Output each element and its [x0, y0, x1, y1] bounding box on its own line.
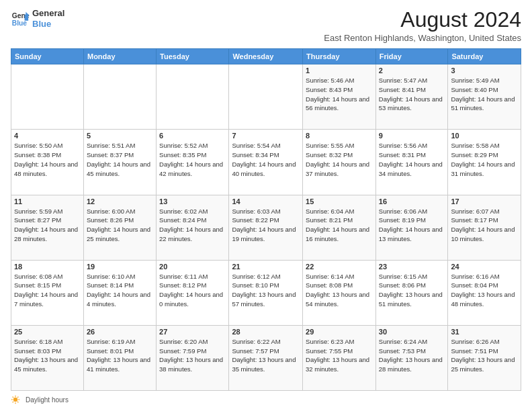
week-row-4: 18Sunrise: 6:08 AMSunset: 8:15 PMDayligh… — [11, 260, 521, 325]
svg-line-9 — [13, 397, 13, 398]
day-info: Sunrise: 6:02 AMSunset: 8:24 PMDaylight:… — [159, 207, 226, 244]
day-header-monday: Monday — [83, 49, 156, 64]
week-row-1: 1Sunrise: 5:46 AMSunset: 8:43 PMDaylight… — [11, 64, 521, 130]
logo-text: General Blue — [32, 8, 64, 29]
day-cell: 30Sunrise: 6:24 AMSunset: 7:53 PMDayligh… — [375, 325, 448, 390]
location-title: East Renton Highlands, Washington, Unite… — [324, 33, 521, 43]
day-info: Sunrise: 5:47 AMSunset: 8:41 PMDaylight:… — [379, 76, 445, 113]
day-cell: 11Sunrise: 5:59 AMSunset: 8:27 PMDayligh… — [11, 195, 84, 260]
day-cell: 25Sunrise: 6:18 AMSunset: 8:03 PMDayligh… — [11, 325, 84, 390]
day-header-tuesday: Tuesday — [157, 49, 229, 64]
week-row-5: 25Sunrise: 6:18 AMSunset: 8:03 PMDayligh… — [11, 325, 521, 390]
day-cell: 15Sunrise: 6:04 AMSunset: 8:21 PMDayligh… — [303, 195, 376, 260]
day-info: Sunrise: 5:54 AMSunset: 8:34 PMDaylight:… — [232, 141, 300, 178]
day-cell: 13Sunrise: 6:02 AMSunset: 8:24 PMDayligh… — [157, 195, 229, 260]
day-info: Sunrise: 6:24 AMSunset: 7:53 PMDaylight:… — [379, 337, 445, 374]
day-number: 6 — [159, 132, 226, 140]
day-info: Sunrise: 6:22 AMSunset: 7:57 PMDaylight:… — [232, 337, 300, 374]
day-info: Sunrise: 6:11 AMSunset: 8:12 PMDaylight:… — [159, 272, 226, 309]
day-number: 15 — [306, 197, 373, 205]
day-info: Sunrise: 6:16 AMSunset: 8:04 PMDaylight:… — [451, 272, 518, 309]
day-info: Sunrise: 6:19 AMSunset: 8:01 PMDaylight:… — [87, 337, 153, 374]
day-number: 13 — [159, 197, 226, 205]
day-cell — [229, 64, 303, 130]
day-cell: 19Sunrise: 6:10 AMSunset: 8:14 PMDayligh… — [83, 260, 156, 325]
day-number: 26 — [87, 328, 153, 336]
day-cell: 24Sunrise: 6:16 AMSunset: 8:04 PMDayligh… — [448, 260, 521, 325]
day-info: Sunrise: 6:04 AMSunset: 8:21 PMDaylight:… — [306, 207, 373, 244]
day-number: 1 — [306, 66, 373, 75]
day-number: 20 — [159, 263, 226, 271]
day-info: Sunrise: 6:12 AMSunset: 8:10 PMDaylight:… — [232, 272, 300, 309]
day-info: Sunrise: 6:23 AMSunset: 7:55 PMDaylight:… — [306, 337, 373, 374]
day-cell: 1Sunrise: 5:46 AMSunset: 8:43 PMDaylight… — [303, 64, 376, 130]
day-info: Sunrise: 6:10 AMSunset: 8:14 PMDaylight:… — [87, 272, 153, 309]
day-info: Sunrise: 6:18 AMSunset: 8:03 PMDaylight:… — [14, 337, 81, 374]
day-cell: 23Sunrise: 6:15 AMSunset: 8:06 PMDayligh… — [375, 260, 448, 325]
day-info: Sunrise: 5:56 AMSunset: 8:31 PMDaylight:… — [379, 141, 445, 178]
day-number: 8 — [306, 132, 373, 140]
day-info: Sunrise: 5:55 AMSunset: 8:32 PMDaylight:… — [306, 141, 373, 178]
day-header-friday: Friday — [375, 49, 448, 64]
footer: Daylight hours — [11, 395, 521, 404]
day-number: 10 — [451, 132, 518, 140]
day-cell: 20Sunrise: 6:11 AMSunset: 8:12 PMDayligh… — [157, 260, 229, 325]
day-cell: 16Sunrise: 6:06 AMSunset: 8:19 PMDayligh… — [375, 195, 448, 260]
day-info: Sunrise: 6:26 AMSunset: 7:51 PMDaylight:… — [451, 337, 518, 374]
svg-line-11 — [17, 397, 18, 398]
day-cell: 17Sunrise: 6:07 AMSunset: 8:17 PMDayligh… — [448, 195, 521, 260]
day-cell: 4Sunrise: 5:50 AMSunset: 8:38 PMDaylight… — [11, 130, 84, 195]
day-cell: 10Sunrise: 5:58 AMSunset: 8:29 PMDayligh… — [448, 130, 521, 195]
day-info: Sunrise: 5:51 AMSunset: 8:37 PMDaylight:… — [87, 141, 153, 178]
day-cell: 26Sunrise: 6:19 AMSunset: 8:01 PMDayligh… — [83, 325, 156, 390]
day-info: Sunrise: 6:07 AMSunset: 8:17 PMDaylight:… — [451, 207, 518, 244]
day-number: 22 — [306, 263, 373, 271]
day-cell: 7Sunrise: 5:54 AMSunset: 8:34 PMDaylight… — [229, 130, 303, 195]
day-number: 28 — [232, 328, 300, 336]
day-cell: 18Sunrise: 6:08 AMSunset: 8:15 PMDayligh… — [11, 260, 84, 325]
day-cell: 12Sunrise: 6:00 AMSunset: 8:26 PMDayligh… — [83, 195, 156, 260]
day-number: 29 — [306, 328, 373, 336]
month-title: August 2024 — [324, 8, 521, 32]
day-cell: 27Sunrise: 6:20 AMSunset: 7:59 PMDayligh… — [157, 325, 229, 390]
day-cell: 28Sunrise: 6:22 AMSunset: 7:57 PMDayligh… — [229, 325, 303, 390]
day-cell: 8Sunrise: 5:55 AMSunset: 8:32 PMDaylight… — [303, 130, 376, 195]
day-number: 25 — [14, 328, 81, 336]
day-cell — [157, 64, 229, 130]
page: General Blue General Blue August 2024 Ea… — [0, 0, 532, 411]
day-number: 14 — [232, 197, 300, 205]
day-number: 2 — [379, 66, 445, 75]
svg-text:Blue: Blue — [12, 19, 28, 27]
day-number: 27 — [159, 328, 226, 336]
day-cell: 14Sunrise: 6:03 AMSunset: 8:22 PMDayligh… — [229, 195, 303, 260]
day-number: 30 — [379, 328, 445, 336]
day-cell: 31Sunrise: 6:26 AMSunset: 7:51 PMDayligh… — [448, 325, 521, 390]
day-number: 24 — [451, 263, 518, 271]
title-block: August 2024 East Renton Highlands, Washi… — [324, 8, 521, 43]
day-info: Sunrise: 6:14 AMSunset: 8:08 PMDaylight:… — [306, 272, 373, 309]
day-info: Sunrise: 5:49 AMSunset: 8:40 PMDaylight:… — [451, 76, 518, 113]
day-cell — [83, 64, 156, 130]
logo: General Blue General Blue — [11, 8, 64, 29]
logo-icon: General Blue — [11, 9, 30, 28]
day-number: 3 — [451, 66, 518, 75]
day-info: Sunrise: 5:50 AMSunset: 8:38 PMDaylight:… — [14, 141, 81, 178]
day-cell: 5Sunrise: 5:51 AMSunset: 8:37 PMDaylight… — [83, 130, 156, 195]
day-header-wednesday: Wednesday — [229, 49, 303, 64]
day-header-sunday: Sunday — [11, 49, 84, 64]
calendar-table: SundayMondayTuesdayWednesdayThursdayFrid… — [11, 48, 521, 391]
day-number: 21 — [232, 263, 300, 271]
day-info: Sunrise: 6:20 AMSunset: 7:59 PMDaylight:… — [159, 337, 226, 374]
day-number: 5 — [87, 132, 153, 140]
day-number: 16 — [379, 197, 445, 205]
day-number: 17 — [451, 197, 518, 205]
day-info: Sunrise: 6:03 AMSunset: 8:22 PMDaylight:… — [232, 207, 300, 244]
day-number: 11 — [14, 197, 81, 205]
day-cell: 2Sunrise: 5:47 AMSunset: 8:41 PMDaylight… — [375, 64, 448, 130]
day-info: Sunrise: 5:59 AMSunset: 8:27 PMDaylight:… — [14, 207, 81, 244]
day-header-thursday: Thursday — [303, 49, 376, 64]
day-info: Sunrise: 6:06 AMSunset: 8:19 PMDaylight:… — [379, 207, 445, 244]
day-cell: 29Sunrise: 6:23 AMSunset: 7:55 PMDayligh… — [303, 325, 376, 390]
day-info: Sunrise: 5:52 AMSunset: 8:35 PMDaylight:… — [159, 141, 226, 178]
day-number: 19 — [87, 263, 153, 271]
